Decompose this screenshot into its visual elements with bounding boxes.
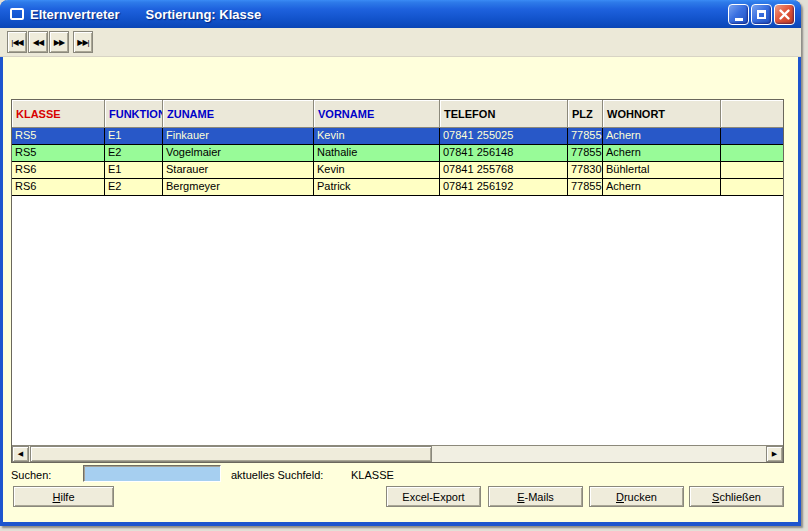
cell-funktion[interactable]: E1 [105,128,163,145]
cell-vorname[interactable]: Nathalie [314,145,440,162]
cell-plz[interactable]: 77830 [568,162,603,179]
data-grid: KLASSE FUNKTION ZUNAME VORNAME TELEFON P… [11,99,784,463]
column-header-zuname[interactable]: ZUNAME [163,100,314,128]
cell-wohnort[interactable]: Achern [603,128,721,145]
table-row[interactable]: RS6 E2 Bergmeyer Patrick 07841 256192 77… [12,179,783,196]
column-header-funktion[interactable]: FUNKTION [105,100,163,128]
cell-plz[interactable]: 77855 [568,145,603,162]
cell-filler [721,128,783,145]
schliessen-button[interactable]: Schließen [689,486,784,507]
column-header-wohnort[interactable]: WOHNORT [603,100,721,128]
previous-record-button[interactable]: ◀◀ [28,31,48,53]
cell-zuname[interactable]: Vogelmaier [163,145,314,162]
maximize-icon [757,10,766,19]
cell-zuname[interactable]: Starauer [163,162,314,179]
table-row[interactable]: RS5 E1 Finkauer Kevin 07841 255025 77855… [12,128,783,145]
cell-wohnort[interactable]: Bühlertal [603,162,721,179]
close-button[interactable] [774,4,795,25]
titlebar[interactable]: Elternvertreter Sortierung: Klasse [0,0,801,28]
table-row[interactable]: RS5 E2 Vogelmaier Nathalie 07841 256148 … [12,145,783,162]
last-record-button[interactable]: ▶▶| [73,31,93,53]
cell-zuname[interactable]: Finkauer [163,128,314,145]
cell-funktion[interactable]: E2 [105,145,163,162]
scroll-right-button[interactable]: ▶ [766,446,783,462]
cell-filler [721,179,783,196]
column-header-klasse[interactable]: KLASSE [12,100,105,128]
cell-telefon[interactable]: 07841 255025 [440,128,568,145]
scroll-left-button[interactable]: ◀ [12,446,29,462]
drucken-button[interactable]: Drucken [589,486,684,507]
cell-wohnort[interactable]: Achern [603,179,721,196]
cell-funktion[interactable]: E2 [105,179,163,196]
cell-klasse[interactable]: RS5 [12,128,105,145]
search-input[interactable] [83,465,221,482]
cell-zuname[interactable]: Bergmeyer [163,179,314,196]
grid-empty-area [12,196,783,445]
cell-klasse[interactable]: RS5 [12,145,105,162]
window-title: Elternvertreter [30,7,120,22]
cell-plz[interactable]: 77855 [568,179,603,196]
cell-filler [721,162,783,179]
search-label: Suchen: [11,469,51,481]
app-window: Elternvertreter Sortierung: Klasse |◀◀ ◀… [0,0,801,526]
cell-telefon[interactable]: 07841 256192 [440,179,568,196]
current-search-field-value: KLASSE [351,469,394,481]
cell-klasse[interactable]: RS6 [12,179,105,196]
record-navigator-toolbar: |◀◀ ◀◀ ▶▶ ▶▶| [0,28,801,57]
current-search-field-label: aktuelles Suchfeld: [231,469,323,481]
cell-vorname[interactable]: Kevin [314,128,440,145]
horizontal-scrollbar[interactable]: ◀ ▶ [12,445,783,462]
close-icon [775,5,794,24]
minimize-button[interactable] [728,4,749,25]
cell-klasse[interactable]: RS6 [12,162,105,179]
scrollbar-thumb[interactable] [30,446,432,462]
column-header-filler [721,100,783,128]
maximize-button[interactable] [751,4,772,25]
cell-plz[interactable]: 77855 [568,128,603,145]
cell-vorname[interactable]: Patrick [314,179,440,196]
window-controls [728,4,795,25]
window-icon [10,8,24,20]
cell-telefon[interactable]: 07841 256148 [440,145,568,162]
hilfe-button[interactable]: Hilfe [13,486,114,507]
excel-export-button[interactable]: Excel-Export [386,486,481,507]
column-header-plz[interactable]: PLZ [568,100,603,128]
column-header-telefon[interactable]: TELEFON [440,100,568,128]
column-header-vorname[interactable]: VORNAME [314,100,440,128]
emails-button[interactable]: E-Mails [488,486,583,507]
cell-funktion[interactable]: E1 [105,162,163,179]
table-row[interactable]: RS6 E1 Starauer Kevin 07841 255768 77830… [12,162,783,179]
cell-filler [721,145,783,162]
cell-wohnort[interactable]: Achern [603,145,721,162]
first-record-button[interactable]: |◀◀ [7,31,27,53]
next-record-button[interactable]: ▶▶ [49,31,69,53]
cell-vorname[interactable]: Kevin [314,162,440,179]
window-subtitle: Sortierung: Klasse [146,7,262,22]
minimize-icon [735,18,743,21]
grid-header-row: KLASSE FUNKTION ZUNAME VORNAME TELEFON P… [12,100,783,128]
cell-telefon[interactable]: 07841 255768 [440,162,568,179]
